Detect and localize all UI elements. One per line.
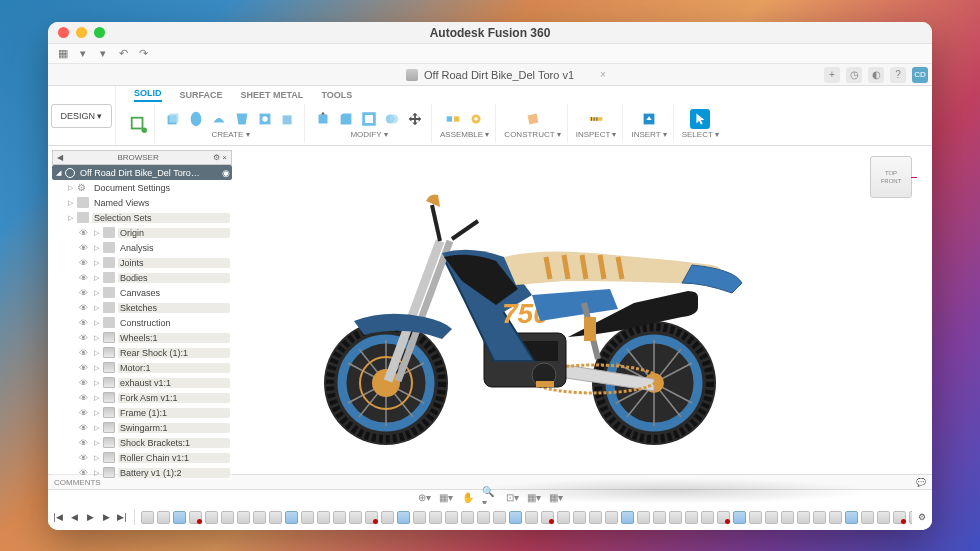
- browser-component[interactable]: 👁▷Motor:1: [52, 360, 232, 375]
- browser-component[interactable]: 👁▷Rear Shock (1):1: [52, 345, 232, 360]
- tab-sheet-metal[interactable]: SHEET METAL: [241, 90, 304, 102]
- hole-icon[interactable]: [255, 109, 275, 129]
- timeline-feature[interactable]: [605, 511, 618, 524]
- timeline-back-icon[interactable]: ◀: [68, 511, 80, 523]
- timeline-feature[interactable]: [317, 511, 330, 524]
- look-icon[interactable]: ▦▾: [438, 490, 454, 504]
- timeline-feature[interactable]: [349, 511, 362, 524]
- inspect-label[interactable]: INSPECT ▾: [576, 130, 617, 139]
- timeline-feature[interactable]: [909, 511, 912, 524]
- loft-icon[interactable]: [232, 109, 252, 129]
- assemble-label[interactable]: ASSEMBLE ▾: [440, 130, 489, 139]
- timeline-feature[interactable]: [477, 511, 490, 524]
- timeline-start-icon[interactable]: |◀: [52, 511, 64, 523]
- timeline-feature[interactable]: [461, 511, 474, 524]
- create-sketch-icon[interactable]: [128, 114, 148, 134]
- timeline-feature[interactable]: [797, 511, 810, 524]
- timeline-feature[interactable]: [493, 511, 506, 524]
- browser-root[interactable]: ◢ Off Road Dirt Bike_Del Toro… ◉: [52, 165, 232, 180]
- timeline-feature[interactable]: [845, 511, 858, 524]
- timeline-feature[interactable]: [589, 511, 602, 524]
- browser-item[interactable]: 👁▷Origin: [52, 225, 232, 240]
- revolve-icon[interactable]: [186, 109, 206, 129]
- timeline-feature[interactable]: [269, 511, 282, 524]
- timeline-fwd-icon[interactable]: ▶: [100, 511, 112, 523]
- document-tab[interactable]: Off Road Dirt Bike_Del Toro v1: [424, 69, 574, 81]
- browser-item[interactable]: 👁▷Sketches: [52, 300, 232, 315]
- timeline-feature[interactable]: [253, 511, 266, 524]
- browser-item[interactable]: 👁▷Joints: [52, 255, 232, 270]
- model-dirt-bike[interactable]: 750: [284, 165, 784, 469]
- viewcube-front[interactable]: FRONT: [881, 178, 902, 184]
- construct-plane-icon[interactable]: [523, 109, 543, 129]
- as-built-joint-icon[interactable]: [466, 109, 486, 129]
- tab-surface[interactable]: SURFACE: [180, 90, 223, 102]
- select-label[interactable]: SELECT ▾: [682, 130, 719, 139]
- timeline-end-icon[interactable]: ▶|: [116, 511, 128, 523]
- new-tab-button[interactable]: +: [824, 67, 840, 83]
- timeline-feature[interactable]: [653, 511, 666, 524]
- create-label[interactable]: CREATE ▾: [211, 130, 249, 139]
- timeline-feature[interactable]: [173, 511, 186, 524]
- browser-item[interactable]: ▷Named Views: [52, 195, 232, 210]
- timeline-feature[interactable]: [669, 511, 682, 524]
- viewcube[interactable]: TOP FRONT: [870, 156, 912, 198]
- notifications-icon[interactable]: ◷: [846, 67, 862, 83]
- tab-tools[interactable]: TOOLS: [321, 90, 352, 102]
- extrude-icon[interactable]: [163, 109, 183, 129]
- timeline-feature[interactable]: [445, 511, 458, 524]
- timeline-feature[interactable]: [397, 511, 410, 524]
- timeline-feature[interactable]: [157, 511, 170, 524]
- timeline-feature[interactable]: [557, 511, 570, 524]
- browser-component[interactable]: 👁▷Swingarm:1: [52, 420, 232, 435]
- file-icon[interactable]: ▾: [76, 47, 90, 61]
- undo-icon[interactable]: ↶: [116, 47, 130, 61]
- help-icon[interactable]: ?: [890, 67, 906, 83]
- press-pull-icon[interactable]: [313, 109, 333, 129]
- modify-label[interactable]: MODIFY ▾: [350, 130, 387, 139]
- timeline-play-icon[interactable]: ▶: [84, 511, 96, 523]
- timeline-feature[interactable]: [877, 511, 890, 524]
- save-icon[interactable]: ▾: [96, 47, 110, 61]
- browser-item[interactable]: ▷Selection Sets: [52, 210, 232, 225]
- app-menu-icon[interactable]: ▦: [56, 47, 70, 61]
- comment-bubble-icon[interactable]: 💬: [916, 478, 926, 487]
- tab-close-icon[interactable]: ×: [600, 69, 606, 80]
- timeline-feature[interactable]: [205, 511, 218, 524]
- joint-icon[interactable]: [443, 109, 463, 129]
- timeline-feature[interactable]: [685, 511, 698, 524]
- eye-icon[interactable]: ◉: [222, 168, 230, 178]
- timeline-feature[interactable]: [381, 511, 394, 524]
- browser-settings-icon[interactable]: ⚙ ×: [213, 153, 227, 162]
- viewcube-top[interactable]: TOP: [885, 170, 897, 176]
- timeline-feature[interactable]: [829, 511, 842, 524]
- box-icon[interactable]: [278, 109, 298, 129]
- timeline-feature[interactable]: [429, 511, 442, 524]
- insert-label[interactable]: INSERT ▾: [631, 130, 666, 139]
- timeline-feature[interactable]: [573, 511, 586, 524]
- timeline-feature[interactable]: [621, 511, 634, 524]
- timeline-feature[interactable]: [749, 511, 762, 524]
- radio-icon[interactable]: [65, 168, 75, 178]
- browser-header[interactable]: ◀BROWSER⚙ ×: [52, 150, 232, 165]
- browser-item[interactable]: 👁▷Construction: [52, 315, 232, 330]
- browser-item[interactable]: ▷⚙Document Settings: [52, 180, 232, 195]
- timeline-feature[interactable]: [285, 511, 298, 524]
- timeline-feature[interactable]: [365, 511, 378, 524]
- browser-component[interactable]: 👁▷exhaust v1:1: [52, 375, 232, 390]
- browser-item[interactable]: 👁▷Bodies: [52, 270, 232, 285]
- extensions-icon[interactable]: ◐: [868, 67, 884, 83]
- timeline-feature[interactable]: [221, 511, 234, 524]
- timeline-feature[interactable]: [861, 511, 874, 524]
- timeline-feature[interactable]: [541, 511, 554, 524]
- redo-icon[interactable]: ↷: [136, 47, 150, 61]
- timeline-feature[interactable]: [189, 511, 202, 524]
- design-workspace-button[interactable]: DESIGN ▾: [51, 104, 111, 128]
- insert-icon[interactable]: [639, 109, 659, 129]
- construct-label[interactable]: CONSTRUCT ▾: [504, 130, 560, 139]
- measure-icon[interactable]: [586, 109, 606, 129]
- move-icon[interactable]: [405, 109, 425, 129]
- shell-icon[interactable]: [359, 109, 379, 129]
- browser-component[interactable]: 👁▷Shock Brackets:1: [52, 435, 232, 450]
- timeline-feature[interactable]: [717, 511, 730, 524]
